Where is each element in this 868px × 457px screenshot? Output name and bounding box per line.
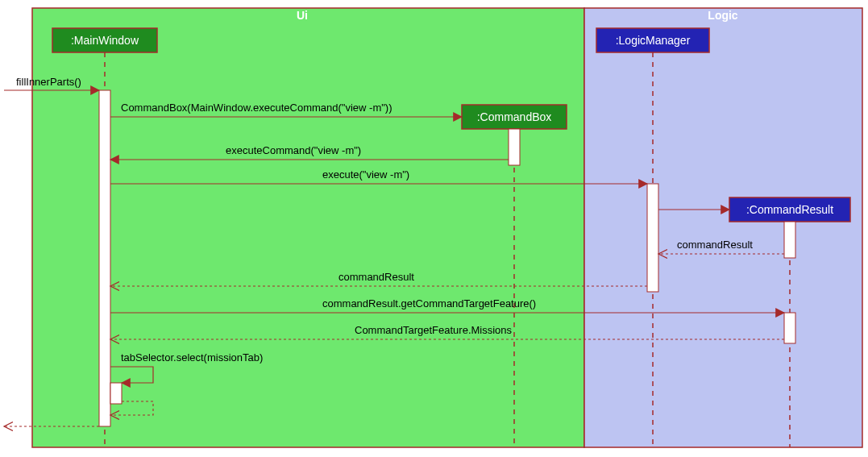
ui-box [32,8,584,447]
sequence-diagram: Ui Logic :MainWindow :LogicManager fillI… [0,0,868,457]
logic-box [584,8,862,447]
lbl-target-return: CommandTargetFeature.Missions [355,324,513,336]
lbl-selfcall: tabSelector.select(missionTab) [121,351,263,364]
logicmanager-activation [647,184,658,292]
lbl-create-commandbox: CommandBox(MainWindow.executeCommand("vi… [121,102,392,114]
logicmanager-label: :LogicManager [616,34,691,47]
lbl-gettarget: commandResult.getCommandTargetFeature() [322,297,536,310]
lbl-execute: execute("view -m") [322,168,409,181]
commandresult-activation [784,222,795,258]
commandbox-activation [509,129,520,165]
commandresult-activation2 [784,313,795,343]
commandresult-label: :CommandResult [746,203,833,216]
ui-box-title: Ui [297,9,308,22]
lbl-executecommand: executeCommand("view -m") [226,144,361,156]
lbl-commandresult-return1: commandResult [677,239,753,251]
mainwindow-activation [99,90,110,426]
lbl-fillinnerparts: fillInnerParts() [16,76,81,88]
lbl-commandresult-return2: commandResult [338,271,414,283]
commandbox-label: :CommandBox [477,110,552,123]
logic-box-title: Logic [708,9,738,22]
mainwindow-self-activation [110,383,122,404]
mainwindow-label: :MainWindow [71,34,139,47]
